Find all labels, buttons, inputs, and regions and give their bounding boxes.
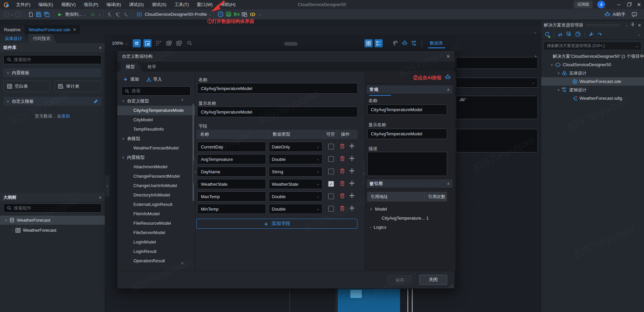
tab-database[interactable]: 数据库 (425, 38, 448, 48)
toolbar-overflow-icon[interactable]: ⌄ (638, 33, 641, 36)
menu-edit[interactable]: 编辑(E) (35, 0, 57, 9)
tab-readme[interactable]: Readme (0, 25, 25, 34)
model-item[interactable]: LoginResult (117, 247, 195, 256)
minimize-button[interactable]: ─ (614, 0, 624, 9)
zoom-in-box-icon[interactable] (165, 39, 173, 47)
add-field-button[interactable]: ＋添加字段 (196, 219, 357, 229)
menu-tools[interactable]: 工具(T) (170, 0, 193, 9)
model-item[interactable]: AttachmentModel (117, 162, 195, 172)
nullable-checkbox[interactable] (328, 144, 334, 149)
field-type-select[interactable]: String⌄ (269, 167, 323, 177)
sync-selection-icon[interactable]: ⇄ (558, 32, 562, 37)
tree-node-solution[interactable]: 解决方案'CloudServiceDesigner50' (1 个项目中 (541, 52, 644, 60)
tab-weatherforecast-sde[interactable]: WeatherForecast.sde ✕ (25, 25, 80, 34)
component-search-input[interactable]: 搜索组件 (3, 55, 101, 64)
zoom-out-box-icon[interactable] (175, 39, 183, 47)
field-name-input[interactable] (197, 167, 266, 177)
minimap-toggle-icon[interactable] (143, 39, 152, 47)
layout-grid-view-icon[interactable] (364, 39, 373, 47)
panel-menu-icon[interactable]: ⌄ (625, 24, 628, 27)
dialog-header[interactable]: 自定义数据结构 ✕ (117, 51, 455, 62)
tab-model[interactable]: 模型 (121, 62, 142, 72)
move-field-icon[interactable] (349, 193, 354, 199)
general-section-header[interactable]: 常规∧ (367, 85, 453, 94)
api-doc-icon[interactable]: API (225, 10, 232, 18)
dialog-drag-handle[interactable] (284, 42, 298, 46)
layout-list-view-icon[interactable] (375, 39, 383, 47)
properties-wrench-icon[interactable] (589, 32, 594, 38)
delete-field-icon[interactable] (340, 156, 345, 162)
field-name-input[interactable] (197, 179, 266, 189)
import-model-button[interactable]: 导入 (146, 76, 162, 82)
props-name-input[interactable] (367, 104, 447, 115)
resize-grip[interactable] (449, 284, 453, 289)
field-name-input[interactable] (197, 204, 266, 214)
group-custom-models[interactable]: ∨自定义模型 (117, 96, 195, 106)
start-debug-icon[interactable]: ▶ (56, 10, 63, 18)
move-field-icon[interactable] (349, 206, 354, 212)
add-model-button[interactable]: ＋添加 (123, 75, 139, 83)
copy-docs-icon[interactable] (575, 32, 581, 38)
panel-drag-grip[interactable] (586, 24, 619, 27)
add-template-link[interactable]: 添加 (61, 113, 70, 119)
collapse-all-icon[interactable] (566, 32, 571, 38)
edit-pencil-icon[interactable] (93, 99, 98, 104)
field-name-input[interactable] (197, 154, 266, 164)
attach-dropdown-icon[interactable]: ⌄ (83, 13, 86, 16)
model-item[interactable]: CityModel (117, 115, 195, 125)
outline-node-database[interactable]: ∨ WeatherForecast (0, 216, 105, 225)
tree-node-entity-design[interactable]: ∨ 实体设计 (541, 69, 644, 77)
model-item[interactable]: ChangePasswordModel (117, 172, 195, 181)
menu-file[interactable]: 文件(F) (12, 0, 35, 9)
delete-field-icon[interactable] (340, 206, 345, 212)
field-name-input[interactable] (197, 142, 266, 152)
nullable-checkbox[interactable] (328, 169, 334, 174)
tab-close-icon[interactable]: ✕ (73, 28, 76, 32)
tab-code-preview[interactable]: 代码预览 (28, 34, 56, 43)
menu-view[interactable]: 视图(V) (57, 0, 80, 9)
ref-node-item[interactable]: CityAvgTemperature...1 (382, 216, 447, 221)
database-history-icon[interactable] (391, 39, 399, 47)
model-name-input[interactable] (197, 83, 358, 94)
preview-arrow-icon[interactable]: ↷ (598, 32, 602, 37)
save-icon[interactable] (35, 10, 42, 18)
move-field-icon[interactable] (349, 143, 354, 149)
cancel-build-icon[interactable] (122, 10, 130, 18)
delete-field-icon[interactable] (340, 143, 345, 150)
nullable-checkbox[interactable]: ✓ (328, 181, 334, 187)
canvas-ai-robot-icon[interactable] (401, 39, 409, 47)
group-builtin-models[interactable]: ∨内置模型 (117, 153, 195, 162)
panel-close-icon[interactable]: ✕ (638, 23, 641, 28)
new-file-icon[interactable] (27, 10, 34, 18)
id-icon[interactable]: ID (249, 10, 256, 18)
field-type-select[interactable]: DateOnly⌄ (269, 142, 323, 152)
rebuild-icon[interactable] (114, 10, 122, 18)
dialog-close-icon[interactable]: ✕ (446, 54, 450, 59)
entity-node-fragment[interactable] (338, 287, 400, 312)
model-display-name-input[interactable] (197, 106, 358, 117)
grid-toggle-icon[interactable] (133, 39, 141, 47)
nullable-checkbox[interactable] (328, 156, 334, 162)
attach-to-label[interactable]: 附加到... (65, 11, 82, 17)
menu-test[interactable]: 测试(S) (148, 0, 170, 9)
tree-node-sdlg-file[interactable]: WeatherForecast.sdlg (541, 94, 644, 102)
build-icon[interactable] (106, 10, 114, 18)
save-button[interactable]: 保存 (388, 275, 412, 284)
field-type-select[interactable]: WeatherState⌄ (269, 179, 323, 189)
model-item[interactable]: TempResultInfo (117, 125, 195, 134)
delete-field-icon[interactable] (340, 168, 345, 175)
flow-branch-icon[interactable] (410, 39, 418, 47)
model-item[interactable]: DirectoryInfoModel (117, 190, 195, 200)
snap-dots-icon[interactable] (155, 39, 163, 47)
nullable-checkbox[interactable] (328, 206, 334, 212)
audit-table-template-button[interactable]: 审计表 (54, 81, 101, 92)
sidebar-collapse-handle[interactable]: ‹ (105, 175, 110, 197)
model-item[interactable]: FileResourceModel (117, 219, 195, 228)
save-all-icon[interactable] (43, 10, 50, 18)
profile-label[interactable]: CloudServiceDesigner50-Profile (145, 12, 207, 17)
ai-robot-icon[interactable] (604, 10, 611, 18)
start-no-debug-icon[interactable]: ▷ (90, 10, 97, 18)
outline-node-table[interactable]: › WeatherForecast (0, 226, 105, 235)
menu-debug[interactable]: 调试(D) (125, 0, 148, 9)
model-item[interactable]: FileInfoModel (117, 209, 195, 219)
